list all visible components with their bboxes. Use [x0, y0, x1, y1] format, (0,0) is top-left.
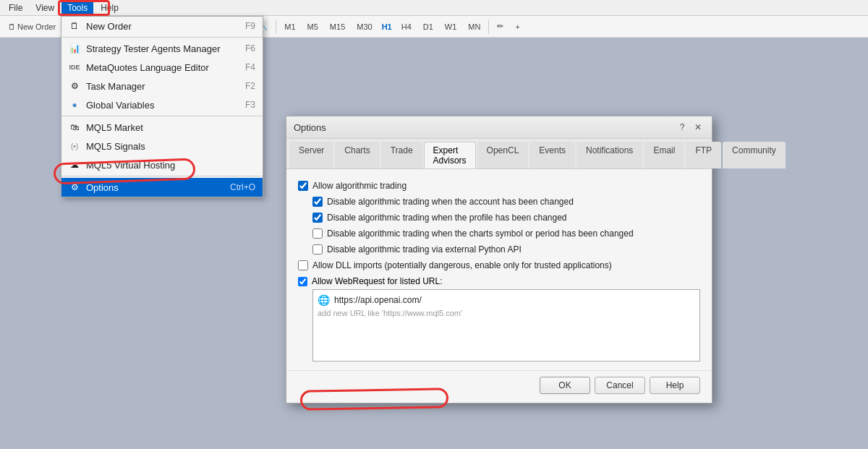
- dropdown-mql5-market-label: MQL5 Market: [86, 122, 143, 133]
- tab-expert-advisors[interactable]: Expert Advisors: [424, 142, 476, 168]
- dialog-help-button[interactable]: ?: [676, 121, 689, 134]
- checkbox-disable-profile[interactable]: [312, 213, 323, 223]
- url-entry-openai: 🌐 https://api.openai.com/: [316, 293, 697, 307]
- dropdown-sep-1: [61, 37, 263, 38]
- dropdown-mql5-virtual[interactable]: ☁ MQL5 Virtual Hosting: [61, 155, 263, 174]
- dropdown-new-order[interactable]: 🗒 New Order F9: [61, 17, 263, 35]
- dropdown-mql5-signals-label: MQL5 Signals: [86, 141, 145, 152]
- task-manager-icon: ⚙: [69, 80, 80, 92]
- ok-button[interactable]: OK: [540, 377, 590, 394]
- mql5-signals-icon: (•): [69, 140, 80, 152]
- checkbox-allow-webrequest-label: Allow WebRequest for listed URL:: [312, 276, 443, 286]
- tab-opencl[interactable]: OpenCL: [477, 142, 529, 168]
- dialog-close-button[interactable]: ✕: [692, 121, 705, 134]
- period-m15[interactable]: M15: [325, 20, 350, 33]
- dropdown-new-order-shortcut: F9: [245, 21, 255, 31]
- checkbox-disable-account-row: Disable algorithmic trading when the acc…: [298, 197, 700, 207]
- drawing-tool[interactable]: ✏: [492, 20, 509, 33]
- url-label-row: Allow WebRequest for listed URL:: [298, 276, 700, 286]
- tools-dropdown: 🗒 New Order F9 📊 Strategy Tester Agents …: [61, 16, 263, 197]
- url-placeholder-text: add new URL like 'https://www.mql5.com': [316, 307, 697, 319]
- new-order-dropdown-icon: 🗒: [69, 20, 80, 32]
- checkbox-disable-account[interactable]: [312, 197, 323, 207]
- checkbox-allow-dll[interactable]: [298, 260, 308, 270]
- dropdown-strategy-agents-label: Strategy Tester Agents Manager: [86, 43, 220, 54]
- dropdown-task-manager-shortcut: F2: [245, 81, 255, 91]
- tab-trade[interactable]: Trade: [381, 142, 422, 168]
- dropdown-metaquotes[interactable]: IDE MetaQuotes Language Editor F4: [61, 58, 263, 77]
- dropdown-strategy-agents[interactable]: 📊 Strategy Tester Agents Manager F6: [61, 39, 263, 58]
- dialog-content: Allow algorithmic trading Disable algori…: [286, 169, 712, 367]
- checkbox-allow-dll-row: Allow DLL imports (potentially dangerous…: [298, 260, 700, 270]
- dropdown-global-variables-shortcut: F3: [245, 100, 255, 110]
- dropdown-new-order-label: New Order: [86, 21, 132, 32]
- checkbox-disable-python[interactable]: [312, 244, 323, 255]
- period-d1[interactable]: D1: [418, 20, 438, 33]
- toolbar-sep-3: [276, 20, 276, 34]
- dropdown-metaquotes-shortcut: F4: [245, 62, 255, 72]
- options-dialog: Options ? ✕ Server Charts Trade Expert A…: [286, 116, 712, 403]
- checkbox-allow-dll-label: Allow DLL imports (potentially dangerous…: [312, 260, 612, 270]
- dialog-controls: ? ✕: [676, 121, 705, 134]
- dropdown-mql5-signals[interactable]: (•) MQL5 Signals: [61, 137, 263, 155]
- toolbar-sep-4: [488, 20, 489, 34]
- checkbox-disable-profile-row: Disable algorithmic trading when the pro…: [298, 213, 700, 223]
- mql5-virtual-icon: ☁: [69, 159, 80, 171]
- checkbox-allow-algo[interactable]: [298, 181, 308, 191]
- checkbox-disable-account-label: Disable algorithmic trading when the acc…: [327, 197, 574, 207]
- mql5-market-icon: 🛍: [69, 121, 80, 133]
- url-list-box[interactable]: 🌐 https://api.openai.com/ add new URL li…: [312, 289, 700, 362]
- checkbox-disable-chart[interactable]: [312, 228, 323, 239]
- period-h1[interactable]: H1: [379, 21, 395, 33]
- menu-file[interactable]: File: [3, 1, 28, 14]
- dropdown-mql5-market[interactable]: 🛍 MQL5 Market: [61, 118, 263, 137]
- dropdown-options-shortcut: Ctrl+O: [230, 182, 255, 192]
- help-button[interactable]: Help: [650, 377, 700, 394]
- dropdown-metaquotes-label: MetaQuotes Language Editor: [86, 62, 209, 73]
- checkbox-allow-webrequest[interactable]: [298, 277, 307, 286]
- dialog-tabs: Server Charts Trade Expert Advisors Open…: [286, 139, 712, 169]
- period-m1[interactable]: M1: [279, 20, 300, 33]
- options-icon: ⚙: [69, 181, 80, 193]
- period-h4[interactable]: H4: [396, 20, 417, 33]
- tab-email[interactable]: Email: [644, 142, 684, 168]
- new-order-icon: 🗒: [8, 22, 16, 31]
- period-m5[interactable]: M5: [302, 20, 323, 33]
- menu-help[interactable]: Help: [95, 1, 124, 14]
- period-w1[interactable]: W1: [440, 20, 462, 33]
- url-openai-text: https://api.openai.com/: [334, 295, 422, 305]
- dropdown-global-variables[interactable]: ● Global Variables F3: [61, 95, 263, 114]
- dialog-title: Options: [294, 122, 326, 133]
- tab-charts[interactable]: Charts: [335, 142, 379, 168]
- dropdown-mql5-virtual-label: MQL5 Virtual Hosting: [86, 160, 175, 171]
- tab-notifications[interactable]: Notifications: [576, 142, 642, 168]
- dropdown-task-manager[interactable]: ⚙ Task Manager F2: [61, 77, 263, 95]
- dialog-footer: OK Cancel Help: [286, 370, 712, 403]
- tab-ftp[interactable]: FTP: [686, 142, 721, 168]
- dropdown-options-label: Options: [86, 182, 119, 193]
- dropdown-options[interactable]: ⚙ Options Ctrl+O: [61, 178, 263, 197]
- menu-view[interactable]: View: [30, 1, 60, 14]
- dropdown-sep-2: [61, 116, 263, 116]
- tab-community[interactable]: Community: [723, 142, 786, 168]
- cancel-button[interactable]: Cancel: [595, 377, 645, 394]
- metaquotes-icon: IDE: [69, 61, 80, 73]
- checkbox-disable-chart-label: Disable algorithmic trading when the cha…: [327, 228, 634, 239]
- dropdown-global-variables-label: Global Variables: [86, 100, 154, 111]
- strategy-agents-icon: 📊: [69, 43, 80, 54]
- checkbox-disable-chart-row: Disable algorithmic trading when the cha…: [298, 228, 700, 239]
- dialog-titlebar: Options ? ✕: [286, 116, 712, 139]
- tab-events[interactable]: Events: [529, 142, 575, 168]
- crosshair-tool[interactable]: +: [510, 20, 524, 33]
- tab-server[interactable]: Server: [289, 142, 333, 168]
- period-mn[interactable]: MN: [463, 20, 485, 33]
- checkbox-allow-algo-row: Allow algorithmic trading: [298, 181, 700, 191]
- dropdown-strategy-agents-shortcut: F6: [245, 43, 255, 54]
- new-order-button[interactable]: 🗒 New Order: [3, 20, 61, 33]
- checkbox-disable-profile-label: Disable algorithmic trading when the pro…: [327, 213, 567, 223]
- global-variables-icon: ●: [69, 99, 80, 111]
- dropdown-sep-3: [61, 176, 263, 176]
- menu-tools[interactable]: Tools: [61, 1, 93, 14]
- url-section: Allow WebRequest for listed URL: 🌐 https…: [298, 276, 700, 362]
- period-m30[interactable]: M30: [352, 20, 377, 33]
